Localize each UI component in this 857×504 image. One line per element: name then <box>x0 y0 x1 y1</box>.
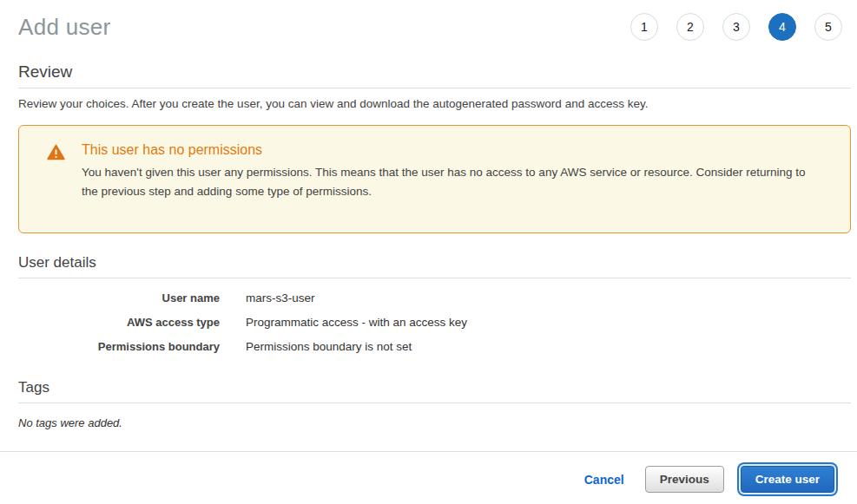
warning-title: This user has no permissions <box>82 142 824 158</box>
review-divider <box>18 88 851 88</box>
detail-value: Programmatic access - with an access key <box>246 316 467 329</box>
warning-triangle-icon <box>47 142 65 164</box>
previous-button[interactable]: Previous <box>645 466 724 493</box>
step-5[interactable]: 5 <box>814 13 842 41</box>
tags-divider <box>18 403 851 403</box>
step-indicator: 12345 <box>630 13 842 41</box>
detail-row: Permissions boundaryPermissions boundary… <box>18 340 851 353</box>
wizard-header: Add user 12345 <box>0 0 857 41</box>
wizard-footer: Cancel Previous Create user <box>0 451 857 497</box>
step-1[interactable]: 1 <box>630 13 658 41</box>
step-2[interactable]: 2 <box>676 13 704 41</box>
tags-heading: Tags <box>18 379 851 396</box>
tags-section: Tags No tags were added. <box>18 379 851 429</box>
review-heading: Review <box>18 62 851 82</box>
detail-value: Permissions boundary is not set <box>246 340 412 353</box>
tags-empty-message: No tags were added. <box>18 416 851 429</box>
page-title: Add user <box>18 14 630 41</box>
detail-row: User namemars-s3-user <box>18 291 851 304</box>
user-details-heading: User details <box>18 254 851 272</box>
detail-label: AWS access type <box>18 316 220 329</box>
user-details-divider <box>18 278 851 278</box>
detail-label: Permissions boundary <box>18 340 220 353</box>
user-details-section: User details User namemars-s3-userAWS ac… <box>18 254 851 353</box>
no-permissions-warning: This user has no permissions You haven't… <box>18 125 851 233</box>
cancel-link[interactable]: Cancel <box>584 473 624 487</box>
warning-body: You haven't given this user any permissi… <box>82 163 824 201</box>
review-description: Review your choices. After you create th… <box>18 97 851 110</box>
warning-content: This user has no permissions You haven't… <box>82 142 824 201</box>
main-content: Review Review your choices. After you cr… <box>0 62 857 429</box>
detail-value: mars-s3-user <box>246 291 315 304</box>
step-4[interactable]: 4 <box>768 13 796 41</box>
create-user-button[interactable]: Create user <box>741 466 834 493</box>
step-3[interactable]: 3 <box>722 13 750 41</box>
detail-row: AWS access typeProgrammatic access - wit… <box>18 316 851 329</box>
user-details-rows: User namemars-s3-userAWS access typeProg… <box>18 291 851 353</box>
detail-label: User name <box>18 291 220 304</box>
